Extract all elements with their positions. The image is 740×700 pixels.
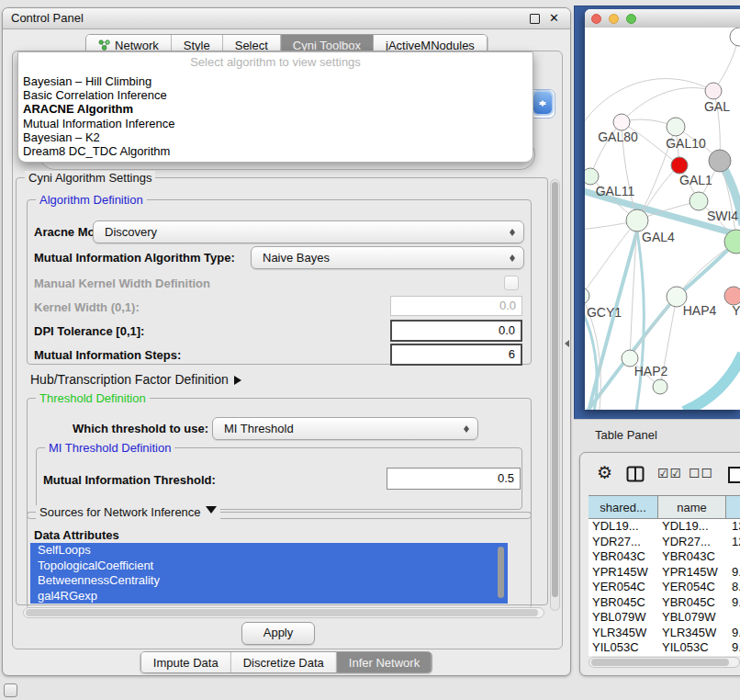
data-attributes-list[interactable]: SelfLoopsTopologicalCoefficientBetweenne…: [30, 543, 508, 604]
attribute-item-betweennesscentrality[interactable]: BetweennessCentrality: [30, 573, 508, 589]
new-table-icon[interactable]: [727, 466, 740, 488]
table-cell: [726, 610, 740, 626]
network-node-y[interactable]: [724, 287, 740, 305]
network-node-gal10[interactable]: [667, 118, 685, 136]
dropdown-prompt: Select algorithm to view settings: [18, 55, 533, 69]
table-row[interactable]: YER054CYER054C8.: [589, 580, 740, 595]
algorithm-option-bayesian-hill-climbing[interactable]: Bayesian – Hill Climbing: [18, 74, 533, 88]
network-node[interactable]: [730, 28, 740, 46]
attribute-item-selfloops[interactable]: SelfLoops: [30, 543, 508, 559]
table-cell: 9.: [726, 595, 740, 611]
table-row[interactable]: YDL19...YDL19...13: [589, 519, 740, 535]
apply-button[interactable]: Apply: [241, 622, 315, 645]
network-node[interactable]: [653, 379, 667, 394]
table-cell: YPR145W: [589, 565, 658, 581]
tab-infer-network[interactable]: Infer Network: [337, 652, 432, 672]
gear-icon[interactable]: ⚙: [597, 462, 612, 483]
table-cell: YER054C: [658, 580, 726, 595]
algorithm-option-dream8-dc-tdc-algorithm[interactable]: Dream8 DC_TDC Algorithm: [18, 144, 533, 158]
network-node-gal[interactable]: [705, 83, 722, 99]
network-node-gal11[interactable]: [585, 168, 599, 185]
attribute-item-topologicalcoefficient[interactable]: TopologicalCoefficient: [30, 559, 508, 574]
table-cell: 9.: [726, 626, 740, 641]
panel-divider-arrow-icon[interactable]: [561, 340, 569, 347]
table-row[interactable]: YPR145WYPR145W9.: [589, 565, 740, 581]
manual-kernel-checkbox[interactable]: [504, 276, 519, 290]
attribute-list-scrollbar[interactable]: [498, 547, 504, 598]
sources-group-title[interactable]: Sources for Network Inference: [36, 505, 220, 521]
table-cell: YBR043C: [658, 549, 726, 565]
table-row[interactable]: YBL079WYBL079W: [589, 610, 740, 626]
algorithm-definition-title: Algorithm Definition: [36, 193, 147, 207]
control-panel-titlebar: Control Panel ✕: [3, 8, 570, 29]
network-view-window[interactable]: GALGAL80GAL10GAL1GAL11SWI4GAL4GCY1HAP4YH…: [585, 9, 740, 410]
table-row[interactable]: YBR045CYBR045C9.: [589, 595, 740, 611]
table-cell: YLR345W: [589, 626, 658, 641]
sources-title-text: Sources for Network Inference: [39, 505, 201, 519]
kernel-width-field[interactable]: 0.0: [390, 296, 522, 316]
deselect-all-checkboxes-icon[interactable]: ☐☐: [689, 466, 713, 480]
tab-impute-data[interactable]: Impute Data: [141, 652, 231, 672]
table-row[interactable]: YBR043CYBR043C: [589, 549, 740, 565]
algorithm-option-basic-correlation-inference[interactable]: Basic Correlation Inference: [18, 88, 533, 102]
tab-discretize-data[interactable]: Discretize Data: [231, 652, 337, 672]
column-header-shared[interactable]: shared...: [589, 495, 658, 519]
vertical-scrollbar[interactable]: [550, 179, 560, 611]
dpi-tolerance-field[interactable]: 0.0: [390, 320, 522, 342]
select-all-checkboxes-icon[interactable]: ☑☑: [657, 466, 682, 480]
table-row[interactable]: YIL053CYIL053C9.: [589, 640, 740, 656]
algorithm-option-aracne-algorithm[interactable]: ARACNE Algorithm: [18, 102, 533, 116]
table-panel-title: Table Panel: [595, 420, 657, 451]
mi-type-value: Naive Bayes: [263, 251, 330, 265]
network-window-titlebar[interactable]: [585, 9, 740, 28]
which-threshold-value: MI Threshold: [224, 422, 294, 435]
combo-arrows-icon: [509, 252, 517, 265]
table-header-row[interactable]: shared...nameA: [589, 495, 740, 519]
node-label-gal1: GAL1: [679, 173, 712, 187]
close-traffic-light-icon[interactable]: [591, 14, 601, 24]
zoom-traffic-light-icon[interactable]: [626, 14, 636, 24]
algorithm-option-mutual-information-inference[interactable]: Mutual Information Inference: [18, 117, 533, 130]
column-header-a[interactable]: A: [726, 495, 740, 519]
network-canvas[interactable]: GALGAL80GAL10GAL1GAL11SWI4GAL4GCY1HAP4YH…: [585, 28, 740, 410]
algorithm-option-bayesian-k2[interactable]: Bayesian – K2: [18, 130, 533, 144]
which-threshold-select[interactable]: MI Threshold: [212, 417, 478, 440]
network-node-gal80[interactable]: [613, 114, 630, 130]
mi-algorithm-type-select[interactable]: Naive Bayes: [251, 246, 524, 269]
expanded-arrow-icon: [206, 506, 217, 519]
attribute-item-gal4rgexp[interactable]: gal4RGexp: [30, 589, 508, 604]
column-layout-icon[interactable]: [626, 466, 645, 486]
node-label-swi4: SWI4: [707, 209, 738, 223]
table-cell: YBR043C: [589, 549, 658, 565]
network-node[interactable]: [709, 150, 731, 172]
mi-threshold-field[interactable]: 0.5: [387, 468, 521, 490]
mi-threshold-label: Mutual Information Threshold:: [43, 473, 216, 487]
minimize-traffic-light-icon[interactable]: [609, 14, 619, 24]
network-node-gal1[interactable]: [671, 157, 688, 174]
float-window-icon[interactable]: [530, 14, 540, 24]
network-node-gal4[interactable]: [626, 209, 648, 231]
scrollbar-thumb[interactable]: [552, 182, 558, 597]
mi-steps-field[interactable]: 6: [390, 344, 522, 366]
table-row[interactable]: YDR27...YDR27...12: [589, 535, 740, 550]
algorithm-list: Bayesian – Hill ClimbingBasic Correlatio…: [18, 74, 533, 158]
network-node-gcy1[interactable]: [585, 288, 589, 304]
node-label-hap2: HAP2: [634, 364, 668, 378]
close-icon[interactable]: ✕: [549, 8, 559, 28]
node-label-gal11: GAL11: [596, 184, 635, 198]
hub-section-toggle[interactable]: Hub/Transcription Factor Definition: [30, 372, 246, 387]
combo-stepper-icon[interactable]: [533, 92, 552, 114]
table-row[interactable]: YLR345WYLR345W9.: [589, 626, 740, 641]
corner-widget-icon[interactable]: [4, 683, 17, 697]
aracne-mode-select[interactable]: Discovery: [93, 220, 524, 243]
table-cell: YLR345W: [658, 626, 726, 641]
combo-arrows-icon: [509, 226, 517, 239]
scrollbar-thumb[interactable]: [26, 609, 538, 616]
network-node-swi4[interactable]: [690, 192, 708, 210]
table-body: YDL19...YDL19...13YDR27...YDR27...12YBR0…: [589, 519, 740, 656]
horizontal-scrollbar[interactable]: [23, 607, 544, 618]
table-horizontal-scrollbar[interactable]: [589, 657, 740, 668]
control-panel-window: Control Panel ✕ NetworkStyleSelectCyni T…: [2, 7, 571, 676]
column-header-name[interactable]: name: [658, 495, 726, 519]
scrollbar-thumb[interactable]: [591, 659, 729, 666]
